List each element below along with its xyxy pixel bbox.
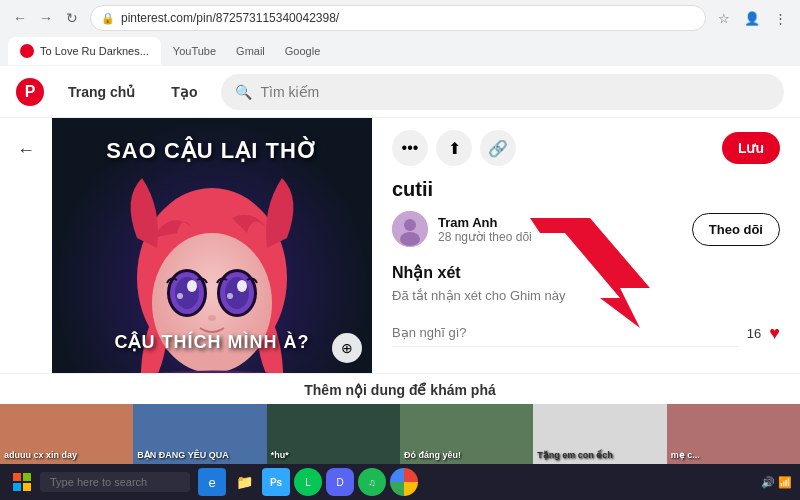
svg-rect-21 (23, 483, 31, 491)
strip-text-1: BẠN ĐANG YÊU QUA (137, 450, 262, 460)
address-bar[interactable]: 🔒 pinterest.com/pin/872573115340042398/ (90, 5, 706, 31)
comments-disabled-text: Đã tắt nhận xét cho Ghim này (392, 288, 780, 303)
taskbar-icon-file[interactable]: 📁 (230, 468, 258, 496)
taskbar-icon-line[interactable]: L (294, 468, 322, 496)
pinterest-favicon (20, 44, 34, 58)
browser-actions: ☆ 👤 ⋮ (712, 6, 792, 30)
search-bar[interactable]: 🔍 (221, 74, 784, 110)
pin-author: Tram Anh 28 người theo dõi Theo dõi (392, 211, 780, 247)
pin-image-container: SAO CẬU LẠI THỜ CẬU THÍCH MÌNH À? ⊕ (52, 118, 372, 373)
like-count: 16 (747, 326, 761, 341)
start-btn[interactable] (8, 468, 36, 496)
pin-details: ••• ⬆ 🔗 Lưu cutii Tram Anh 28 người theo… (372, 118, 800, 373)
tab-youtube[interactable]: YouTube (165, 45, 224, 57)
nav-create-link[interactable]: Tạo (159, 78, 209, 106)
strip-item-5[interactable]: mẹ c... (667, 404, 800, 464)
pinterest-nav: P Trang chủ Tạo 🔍 (0, 66, 800, 118)
comments-section-title: Nhận xét (392, 263, 780, 282)
taskbar-icon-spotify[interactable]: ♫ (358, 468, 386, 496)
comment-input-row: 16 ♥ (392, 319, 780, 347)
tab-bar: To Love Ru Darknes... YouTube Gmail Goog… (0, 36, 800, 66)
more-content-label: Thêm nội dung để khám phá (0, 373, 800, 404)
strip-text-4: Tặng em con ếch (537, 450, 662, 460)
main-area: ← (0, 118, 800, 373)
taskbar-icon-ps[interactable]: Ps (262, 468, 290, 496)
strip-item-0[interactable]: aduuu cx xin day (0, 404, 133, 464)
svg-rect-19 (23, 473, 31, 481)
svg-rect-20 (13, 483, 21, 491)
comment-input[interactable] (392, 319, 739, 347)
author-avatar (392, 211, 428, 247)
author-name: Tram Anh (438, 215, 682, 230)
browser-toolbar: ← → ↻ 🔒 pinterest.com/pin/87257311534004… (0, 0, 800, 36)
forward-browser-btn[interactable]: → (34, 6, 58, 30)
taskbar-icon-chrome[interactable] (390, 468, 418, 496)
author-info: Tram Anh 28 người theo dõi (438, 215, 682, 244)
taskbar-icon-discord[interactable]: D (326, 468, 354, 496)
svg-point-16 (400, 232, 420, 246)
avatar-svg (392, 211, 428, 247)
strip-text-3: Đó đáng yêu! (404, 450, 529, 460)
tab-title: To Love Ru Darknes... (40, 45, 149, 57)
strip-text-0: aduuu cx xin day (4, 450, 129, 460)
nav-home-link[interactable]: Trang chủ (56, 78, 147, 106)
svg-rect-18 (13, 473, 21, 481)
logo-letter: P (25, 83, 36, 101)
svg-point-12 (227, 293, 233, 299)
refresh-btn[interactable]: ↻ (60, 6, 84, 30)
back-area: ← (0, 118, 52, 373)
anime-character-bg: SAO CẬU LẠI THỜ CẬU THÍCH MÌNH À? ⊕ (52, 118, 372, 373)
pin-actions: ••• ⬆ 🔗 Lưu (392, 130, 780, 166)
search-input[interactable] (260, 84, 770, 100)
pin-title: cutii (392, 178, 780, 201)
author-followers: 28 người theo dõi (438, 230, 682, 244)
svg-point-15 (404, 219, 416, 231)
save-btn[interactable]: Lưu (722, 132, 780, 164)
strip-item-1[interactable]: BẠN ĐANG YÊU QUA (133, 404, 266, 464)
link-btn[interactable]: 🔗 (480, 130, 516, 166)
windows-logo (13, 473, 31, 491)
tab-gmail[interactable]: Gmail (228, 45, 273, 57)
taskbar-tray: 🔊 📶 (761, 476, 792, 489)
follow-btn[interactable]: Theo dõi (692, 213, 780, 246)
url-text: pinterest.com/pin/872573115340042398/ (121, 11, 695, 25)
bookmark-btn[interactable]: ☆ (712, 6, 736, 30)
pin-text-top: SAO CẬU LẠI THỜ (52, 138, 372, 164)
strip-text-2: *hu* (271, 450, 396, 460)
menu-btn[interactable]: ⋮ (768, 6, 792, 30)
svg-point-9 (187, 280, 197, 292)
strip-item-4[interactable]: Tặng em con ếch (533, 404, 666, 464)
bottom-strip: aduuu cx xin day BẠN ĐANG YÊU QUA *hu* Đ… (0, 404, 800, 464)
taskbar: e 📁 Ps L D ♫ 🔊 📶 (0, 464, 800, 500)
search-icon: 🔍 (235, 84, 252, 100)
like-btn[interactable]: ♥ (769, 323, 780, 344)
svg-point-13 (208, 315, 216, 321)
taskbar-icons: e 📁 Ps L D ♫ (198, 468, 418, 496)
back-browser-btn[interactable]: ← (8, 6, 32, 30)
user-btn[interactable]: 👤 (740, 6, 764, 30)
svg-point-11 (177, 293, 183, 299)
tab-google[interactable]: Google (277, 45, 328, 57)
pin-text-bottom: CẬU THÍCH MÌNH À? (52, 331, 372, 353)
strip-text-5: mẹ c... (671, 450, 796, 460)
tray-time: 🔊 📶 (761, 476, 792, 489)
zoom-btn[interactable]: ⊕ (332, 333, 362, 363)
nav-buttons: ← → ↻ (8, 6, 84, 30)
strip-item-3[interactable]: Đó đáng yêu! (400, 404, 533, 464)
svg-point-10 (237, 280, 247, 292)
pinterest-logo[interactable]: P (16, 78, 44, 106)
back-pin-btn[interactable]: ← (8, 132, 44, 168)
more-options-btn[interactable]: ••• (392, 130, 428, 166)
lock-icon: 🔒 (101, 12, 115, 25)
strip-item-2[interactable]: *hu* (267, 404, 400, 464)
taskbar-search[interactable] (40, 472, 190, 492)
taskbar-icon-browser[interactable]: e (198, 468, 226, 496)
tab-pinterest[interactable]: To Love Ru Darknes... (8, 37, 161, 65)
share-btn[interactable]: ⬆ (436, 130, 472, 166)
